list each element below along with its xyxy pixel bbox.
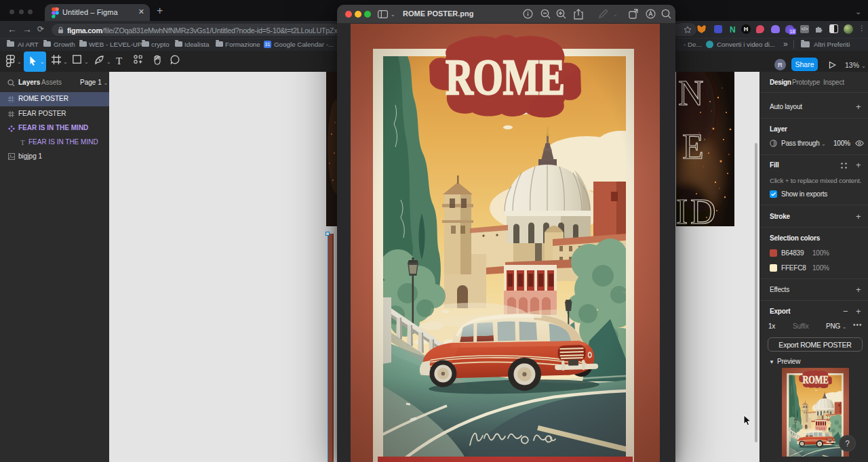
- svg-text:E: E: [682, 127, 704, 166]
- svg-text:N: N: [678, 74, 704, 112]
- svg-text:I: I: [676, 192, 688, 226]
- svg-text:D: D: [690, 192, 716, 226]
